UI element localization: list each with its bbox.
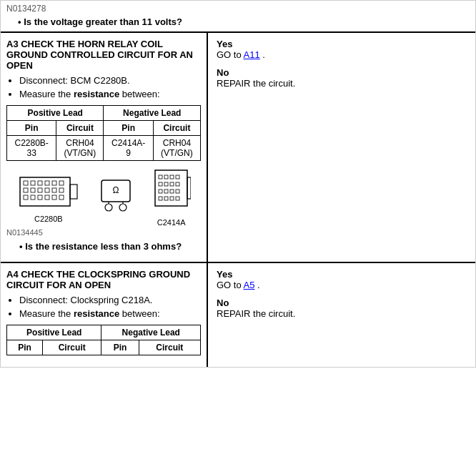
a3-cell-circuit2: CRH04(VT/GN) xyxy=(153,136,200,161)
svg-rect-13 xyxy=(24,195,28,200)
a3-yes-action: GO to A11 . xyxy=(217,49,467,60)
note-id-text: N0134278 xyxy=(6,4,46,14)
a4-right-col: Yes GO to A5 . No REPAIR the circuit. xyxy=(208,263,475,367)
a3-table-row: C2280B-33 CRH04(VT/GN) C2414A-9 CRH04(VT… xyxy=(7,136,201,161)
svg-rect-42 xyxy=(176,197,179,200)
a4-sub-pin1: Pin xyxy=(7,340,43,355)
svg-rect-40 xyxy=(164,197,168,200)
a3-no-action: REPAIR the circuit. xyxy=(217,78,467,89)
a4-col1-header: Positive Lead xyxy=(7,325,101,340)
svg-text:Ω: Ω xyxy=(113,185,119,195)
svg-point-22 xyxy=(105,204,112,211)
svg-rect-38 xyxy=(176,190,179,193)
a4-no-block: No REPAIR the circuit. xyxy=(217,298,467,319)
a3-note-id: N0134445 xyxy=(6,228,201,237)
ohmmeter-svg: Ω xyxy=(100,179,132,215)
svg-rect-18 xyxy=(59,195,64,200)
a3-bottom-bullet: • Is the resistance less than 3 ohms? xyxy=(6,240,201,256)
a3-cell-circuit1: CRH04(VT/GN) xyxy=(56,136,104,161)
a3-bullet-list: Disconnect: BCM C2280B. Measure the resi… xyxy=(6,75,201,99)
a3-title: A3 CHECK THE HORN RELAY COIL GROUND CONT… xyxy=(6,39,201,71)
a3-sub-circuit2: Circuit xyxy=(153,121,200,136)
svg-rect-15 xyxy=(38,195,42,200)
a4-sub-pin2: Pin xyxy=(101,340,139,355)
a3-sub-circuit1: Circuit xyxy=(56,121,104,136)
a3-bullet-1: Disconnect: BCM C2280B. xyxy=(19,75,201,86)
a4-sub-circuit2: Circuit xyxy=(139,340,200,355)
section-a4: A4 CHECK THE CLOCKSPRING GROUND CIRCUIT … xyxy=(1,262,475,367)
svg-rect-5 xyxy=(52,181,56,185)
top-note-id: N0134278 xyxy=(1,1,475,15)
svg-rect-26 xyxy=(155,170,187,206)
a3-left-col: A3 CHECK THE HORN RELAY COIL GROUND CONT… xyxy=(1,33,208,262)
svg-rect-32 xyxy=(164,182,168,186)
svg-rect-11 xyxy=(52,188,56,192)
page-container: N0134278 • Is the voltage greater than 1… xyxy=(0,0,476,368)
svg-rect-27 xyxy=(159,175,162,179)
svg-rect-17 xyxy=(52,195,56,200)
a4-table: Positive Lead Negative Lead Pin Circuit … xyxy=(6,325,201,355)
a3-bullet-2: Measure the resistance between: xyxy=(19,89,201,99)
connector-c2280b: C2280B xyxy=(16,170,81,223)
a4-left-col: A4 CHECK THE CLOCKSPRING GROUND CIRCUIT … xyxy=(1,263,208,367)
svg-rect-19 xyxy=(70,185,77,199)
a3-sub-pin1: Pin xyxy=(7,121,56,136)
svg-rect-14 xyxy=(31,195,35,200)
a3-no-block: No REPAIR the circuit. xyxy=(217,67,467,89)
svg-rect-35 xyxy=(159,190,162,193)
a3-bottom-bullet-text: Is the resistance less than 3 ohms? xyxy=(25,241,182,252)
a3-table: Positive Lead Negative Lead Pin Circuit … xyxy=(6,105,201,161)
svg-rect-34 xyxy=(176,182,179,186)
a3-yes-label: Yes xyxy=(217,39,467,49)
c2414a-svg xyxy=(152,167,191,217)
svg-rect-12 xyxy=(59,188,64,192)
c2280b-label: C2280B xyxy=(34,215,63,223)
a4-yes-action: GO to A5 . xyxy=(217,280,467,290)
svg-rect-10 xyxy=(45,188,49,192)
a4-bullet-1: Disconnect: Clockspring C218A. xyxy=(19,295,201,305)
svg-rect-33 xyxy=(170,182,174,186)
svg-rect-2 xyxy=(31,181,35,185)
svg-rect-28 xyxy=(164,175,168,179)
a4-bullet-2: Measure the resistance between: xyxy=(19,308,201,319)
svg-rect-41 xyxy=(170,197,174,200)
svg-rect-9 xyxy=(38,188,42,192)
a3-col2-header: Negative Lead xyxy=(104,106,201,121)
a3-yes-block: Yes GO to A11 . xyxy=(217,39,467,60)
svg-rect-39 xyxy=(159,197,162,200)
top-bullet-text: Is the voltage greater than 11 volts? xyxy=(24,16,182,27)
a4-no-label: No xyxy=(217,298,467,308)
svg-rect-7 xyxy=(24,188,28,192)
a4-yes-link[interactable]: A5 xyxy=(244,280,255,290)
a4-sub-circuit1: Circuit xyxy=(42,340,101,355)
a4-bullet-list: Disconnect: Clockspring C218A. Measure t… xyxy=(6,295,201,319)
svg-rect-36 xyxy=(164,190,168,193)
svg-rect-31 xyxy=(159,182,162,186)
svg-rect-16 xyxy=(45,195,49,200)
a3-yes-link[interactable]: A11 xyxy=(244,49,260,60)
section-a3: A3 CHECK THE HORN RELAY COIL GROUND CONT… xyxy=(1,31,475,262)
a4-title: A4 CHECK THE CLOCKSPRING GROUND CIRCUIT … xyxy=(6,269,201,290)
top-bullet-row: • Is the voltage greater than 11 volts? xyxy=(1,15,475,31)
a4-yes-action-text: GO to xyxy=(217,280,242,290)
svg-rect-30 xyxy=(176,175,179,179)
a3-yes-action-text: GO to xyxy=(217,49,242,60)
a3-col1-header: Positive Lead xyxy=(7,106,104,121)
svg-rect-4 xyxy=(45,181,49,185)
a3-no-label: No xyxy=(217,67,467,78)
c2414a-label: C2414A xyxy=(157,218,186,227)
a4-yes-label: Yes xyxy=(217,269,467,280)
svg-rect-6 xyxy=(59,181,64,185)
svg-rect-3 xyxy=(38,181,42,185)
svg-rect-8 xyxy=(31,188,35,192)
c2280b-svg xyxy=(16,170,81,213)
a4-col2-header: Negative Lead xyxy=(101,325,201,340)
a4-no-action: REPAIR the circuit. xyxy=(217,308,467,319)
svg-point-23 xyxy=(119,204,127,211)
ohmmeter: Ω xyxy=(100,179,132,215)
svg-rect-1 xyxy=(24,181,28,185)
connector-c2414a: C2414A xyxy=(152,167,191,227)
a3-cell-pin2: C2414A-9 xyxy=(104,136,153,161)
a4-yes-block: Yes GO to A5 . xyxy=(217,269,467,290)
svg-rect-37 xyxy=(170,190,174,193)
